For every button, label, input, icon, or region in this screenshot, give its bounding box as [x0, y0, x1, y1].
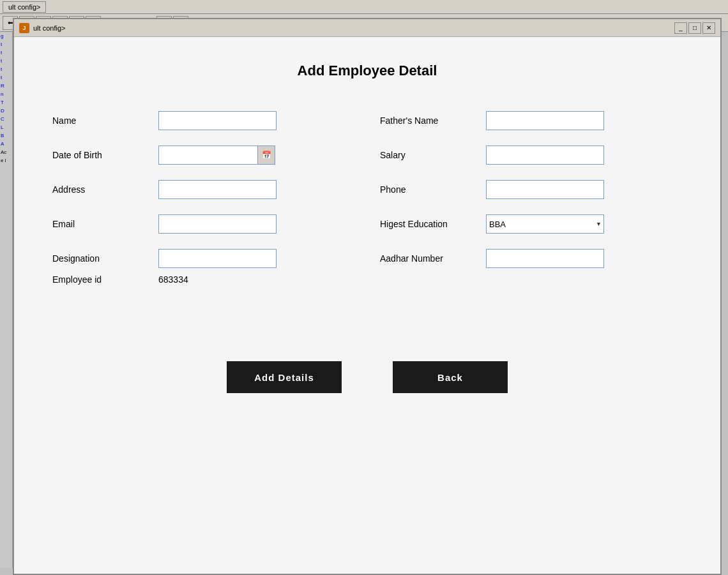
maximize-button[interactable]: □: [688, 22, 701, 34]
close-button[interactable]: ✕: [702, 22, 715, 34]
fathers-name-input[interactable]: [486, 111, 604, 130]
sidebar-item-n: n: [0, 90, 12, 98]
designation-row: Designation: [52, 249, 354, 268]
designation-label: Designation: [52, 253, 148, 264]
back-button[interactable]: Back: [393, 361, 508, 393]
dob-label: Date of Birth: [52, 150, 148, 160]
window-controls: _ □ ✕: [674, 22, 715, 34]
employee-id-label: Employee id: [52, 274, 148, 285]
taskbar: ult config>: [0, 0, 728, 14]
sidebar-item-el: e l: [0, 156, 12, 165]
button-area: Add Details Back: [52, 361, 682, 393]
phone-row: Phone: [380, 180, 682, 199]
sidebar-item-a: A: [0, 140, 12, 148]
aadhar-row: Aadhar Number: [380, 249, 682, 268]
address-label: Address: [52, 184, 148, 195]
sidebar-item-1: g: [0, 32, 12, 40]
sidebar-item-r: R: [0, 82, 12, 90]
sidebar-item-6: t: [0, 73, 12, 82]
form-grid: Name Father's Name Date of Birth 📅: [52, 111, 682, 268]
dob-input-wrapper: 📅: [158, 146, 275, 165]
taskbar-tab-label: ult config>: [8, 3, 40, 11]
address-row: Address: [52, 180, 354, 199]
form-area: Add Employee Detail Name Father's Name D…: [14, 37, 720, 412]
designation-input[interactable]: [158, 249, 277, 268]
salary-row: Salary: [380, 146, 682, 165]
dob-row: Date of Birth 📅: [52, 146, 354, 165]
education-row: Higest Education BBA BCA MBA MCA B.Tech …: [380, 214, 682, 234]
form-title: Add Employee Detail: [52, 63, 682, 79]
name-row: Name: [52, 111, 354, 130]
add-details-button[interactable]: Add Details: [227, 361, 342, 393]
sidebar-item-ac: Ac: [0, 148, 12, 156]
education-label: Higest Education: [380, 219, 476, 229]
fathers-name-label: Father's Name: [380, 116, 476, 126]
dialog-window: J ult config> _ □ ✕ ✕ Add Employee Detai…: [13, 18, 722, 575]
sidebar-item-l: L: [0, 123, 12, 131]
aadhar-label: Aadhar Number: [380, 253, 476, 264]
minimize-button[interactable]: _: [674, 22, 687, 34]
sidebar-item-2: t: [0, 40, 12, 49]
calendar-button[interactable]: 📅: [257, 146, 275, 165]
sidebar-item-t2: T: [0, 98, 12, 107]
dialog-titlebar: J ult config> _ □ ✕: [14, 19, 720, 37]
address-input[interactable]: [158, 180, 277, 199]
aadhar-input[interactable]: [486, 249, 604, 268]
email-input[interactable]: [158, 214, 277, 234]
dialog-content: Add Employee Detail Name Father's Name D…: [14, 37, 720, 574]
employee-id-row: Employee id 683334: [52, 274, 682, 285]
sidebar-item-4: t: [0, 57, 12, 65]
sidebar-item-3: t: [0, 49, 12, 57]
salary-input[interactable]: [486, 146, 604, 165]
dob-input[interactable]: [158, 146, 257, 165]
sidebar-item-c: C: [0, 115, 12, 123]
email-row: Email: [52, 214, 354, 234]
sidebar-item-b: B: [0, 131, 12, 140]
sidebar-item-d: D: [0, 107, 12, 115]
titlebar-left: J ult config>: [19, 23, 65, 33]
name-label: Name: [52, 116, 148, 126]
email-label: Email: [52, 219, 148, 229]
app-icon: J: [19, 23, 29, 33]
fathers-name-row: Father's Name: [380, 111, 682, 130]
phone-label: Phone: [380, 184, 476, 195]
employee-id-value: 683334: [158, 274, 188, 285]
phone-input[interactable]: [486, 180, 604, 199]
name-input[interactable]: [158, 111, 277, 130]
sidebar: g t t t t t R n T D C L B A Ac e l: [0, 32, 13, 568]
salary-label: Salary: [380, 150, 476, 160]
sidebar-item-5: t: [0, 65, 12, 73]
window-title: ult config>: [33, 24, 65, 32]
taskbar-tab[interactable]: ult config>: [3, 1, 46, 13]
education-select-wrapper: BBA BCA MBA MCA B.Tech M.Tech Other: [486, 214, 604, 234]
education-select[interactable]: BBA BCA MBA MCA B.Tech M.Tech Other: [486, 214, 604, 234]
